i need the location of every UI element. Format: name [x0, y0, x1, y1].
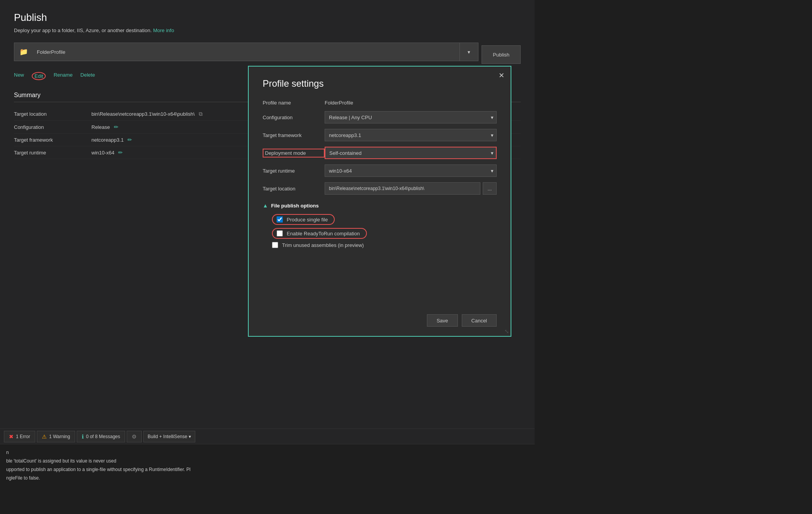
browse-button[interactable]: ... [483, 182, 497, 195]
deployment-mode-row: Deployment mode Self-contained Framework… [263, 147, 497, 159]
profile-name-label: Profile name [263, 100, 325, 106]
profile-settings-panel: ✕ Profile settings Profile name FolderPr… [248, 66, 511, 337]
error-message-3: upported to publish an application to a … [6, 465, 528, 474]
ready-to-run-label: Enable ReadyToRun compilation [287, 231, 360, 236]
target-framework-label: Target framework [263, 132, 325, 138]
configuration-value: Release [91, 124, 110, 130]
profile-name-value: FolderProfile [325, 100, 497, 106]
configuration-select[interactable]: Release | Any CPU Debug | Any CPU Releas… [325, 111, 497, 123]
produce-single-file-row: Produce single file [272, 214, 335, 225]
produce-single-file-container: Produce single file [272, 214, 497, 225]
target-location-row: Target location ... [263, 182, 497, 195]
file-publish-section: ▲ File publish options Produce single fi… [263, 202, 497, 248]
info-count: 0 of 8 Messages [86, 434, 120, 439]
file-publish-header: ▲ File publish options [263, 202, 497, 209]
folder-icon: 📁 [14, 48, 33, 56]
deployment-mode-select-wrapper: Self-contained Framework-dependent [325, 147, 497, 159]
runtime-edit-icon[interactable]: ✏ [118, 149, 123, 156]
ready-to-run-row: Enable ReadyToRun compilation [272, 228, 367, 239]
target-framework-select-wrapper: netcoreapp3.1 netcoreapp3.0 netstandard2… [325, 129, 497, 141]
trim-assemblies-row: Trim unused assemblies (in preview) [272, 242, 497, 248]
target-location-value: bin\Release\netcoreapp3.1\win10-x64\publ… [91, 111, 195, 117]
delete-link[interactable]: Delete [81, 72, 95, 80]
error-message-1: n [6, 448, 528, 457]
error-tab[interactable]: ✖ 1 Error [4, 431, 35, 442]
deployment-mode-select[interactable]: Self-contained Framework-dependent [325, 147, 497, 159]
target-location-input[interactable] [325, 182, 480, 195]
profile-settings-title: Profile settings [263, 78, 497, 89]
profile-name: FolderProfile [33, 49, 459, 55]
ready-to-run-checkbox[interactable] [277, 230, 283, 236]
configuration-row: Configuration Release | Any CPU Debug | … [263, 111, 497, 123]
configuration-select-wrapper: Release | Any CPU Debug | Any CPU Releas… [325, 111, 497, 123]
copy-icon[interactable]: ⧉ [199, 111, 203, 117]
collapse-icon[interactable]: ▲ [263, 202, 268, 209]
publish-subtitle: Deploy your app to a folder, IIS, Azure,… [14, 27, 521, 33]
configuration-label: Configuration [263, 115, 325, 120]
error-icon: ✖ [9, 433, 14, 440]
new-link[interactable]: New [14, 72, 24, 80]
ready-to-run-container: Enable ReadyToRun compilation [272, 228, 497, 239]
framework-edit-icon[interactable]: ✏ [127, 137, 132, 143]
configuration-edit-icon[interactable]: ✏ [114, 124, 119, 130]
error-message-4: ngleFile to false. [6, 474, 528, 482]
error-count: 1 Error [16, 434, 30, 439]
edit-link[interactable]: Edit [32, 72, 46, 80]
profile-dropdown-button[interactable]: ▾ [459, 43, 478, 61]
profile-bar[interactable]: 📁 FolderProfile ▾ [14, 43, 478, 61]
resize-handle[interactable]: ⤡ [504, 328, 509, 334]
build-filter-label: Build + IntelliSense [148, 434, 187, 439]
right-panel [535, 0, 812, 514]
target-location-label: Target location [263, 186, 325, 192]
target-runtime-select-wrapper: win10-x64 win-x64 linux-x64 osx-x64 [325, 164, 497, 177]
panel-footer: Save Cancel [427, 314, 497, 327]
publish-button[interactable]: Publish [482, 45, 521, 64]
save-button[interactable]: Save [427, 314, 458, 327]
file-publish-label: File publish options [271, 203, 319, 209]
profile-bar-container: 📁 FolderProfile ▾ Publish [14, 43, 521, 67]
target-framework-value: netcoreapp3.1 [91, 137, 124, 143]
more-info-link[interactable]: More info [153, 27, 174, 33]
produce-single-file-label: Produce single file [287, 217, 328, 223]
build-filter[interactable]: Build + IntelliSense ▾ [143, 431, 195, 442]
deployment-mode-label: Deployment mode [263, 149, 325, 158]
page-title: Publish [14, 12, 521, 24]
cancel-button[interactable]: Cancel [462, 314, 497, 327]
profile-name-row: Profile name FolderProfile [263, 100, 497, 106]
error-bar: ✖ 1 Error ⚠ 1 Warning ℹ 0 of 8 Messages … [0, 428, 535, 514]
panel-close-button[interactable]: ✕ [499, 71, 504, 80]
info-icon: ℹ [82, 433, 84, 440]
target-runtime-select[interactable]: win10-x64 win-x64 linux-x64 osx-x64 [325, 164, 497, 177]
info-tab[interactable]: ℹ 0 of 8 Messages [77, 431, 125, 442]
target-framework-row: Target framework netcoreapp3.1 netcoreap… [263, 129, 497, 141]
produce-single-file-checkbox[interactable] [277, 216, 283, 223]
target-runtime-value: win10-x64 [91, 150, 114, 156]
filter-icon: ⚙ [132, 433, 137, 440]
trim-assemblies-checkbox[interactable] [272, 242, 278, 248]
warning-count: 1 Warning [49, 434, 70, 439]
target-runtime-row: Target runtime win10-x64 win-x64 linux-x… [263, 164, 497, 177]
warning-tab[interactable]: ⚠ 1 Warning [37, 431, 75, 442]
trim-assemblies-label: Trim unused assemblies (in preview) [282, 242, 364, 248]
warning-icon: ⚠ [42, 433, 47, 440]
target-runtime-label: Target runtime [263, 168, 325, 174]
error-message-2: ble 'totalCount' is assigned but its val… [6, 457, 528, 465]
error-tabs: ✖ 1 Error ⚠ 1 Warning ℹ 0 of 8 Messages … [0, 429, 535, 444]
error-messages: n ble 'totalCount' is assigned but its v… [0, 444, 535, 514]
filter-tab[interactable]: ⚙ [127, 431, 142, 442]
target-framework-select[interactable]: netcoreapp3.1 netcoreapp3.0 netstandard2… [325, 129, 497, 141]
rename-link[interactable]: Rename [53, 72, 72, 80]
